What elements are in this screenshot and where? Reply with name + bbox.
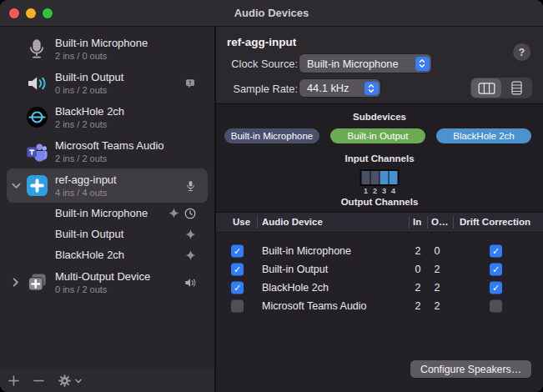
sample-rate-select[interactable]: 44.1 kHz bbox=[299, 79, 380, 97]
clock-source-value: Built-in Microphone bbox=[307, 58, 399, 70]
device-name: BlackHole 2ch bbox=[55, 105, 124, 118]
col-audio-device[interactable]: Audio Device bbox=[262, 213, 323, 232]
device-detail: 0 ins / 2 outs bbox=[55, 284, 150, 295]
settings-menu-button[interactable] bbox=[58, 374, 82, 387]
subdevice-pill-builtin-output[interactable]: Built-in Output bbox=[330, 128, 425, 143]
detail-header-section: ref-agg-input ? Clock Source: Built-in M… bbox=[216, 27, 543, 103]
device-list: Built-in Microphone 2 ins / 0 outs bbox=[0, 27, 214, 369]
device-name: Built-in Output bbox=[55, 71, 123, 84]
device-detail: 4 ins / 4 outs bbox=[55, 187, 117, 199]
subdevice-pill-builtin-microphone[interactable]: Built-in Microphone bbox=[224, 128, 319, 143]
add-device-button[interactable] bbox=[8, 375, 19, 386]
configure-speakers-button[interactable]: Configure Speakers… bbox=[410, 360, 531, 378]
sidebar-item-ref-agg-input[interactable]: ref-agg-input 4 ins / 4 outs bbox=[7, 168, 208, 203]
sparkle-icon bbox=[168, 208, 179, 219]
subdevice-item-builtin-microphone[interactable]: Built-in Microphone bbox=[7, 203, 208, 224]
use-checkbox[interactable] bbox=[231, 245, 244, 258]
audio-devices-window: Audio Devices bbox=[0, 0, 543, 392]
columns-view-icon bbox=[478, 83, 495, 94]
use-checkbox[interactable] bbox=[231, 264, 244, 276]
zoom-button[interactable] bbox=[43, 8, 53, 18]
col-drift-correction[interactable]: Drift Correction bbox=[460, 213, 530, 232]
chevron-down-icon bbox=[75, 379, 82, 384]
device-sidebar: Built-in Microphone 2 ins / 0 outs bbox=[0, 27, 216, 392]
chevron-down-icon[interactable] bbox=[7, 183, 25, 189]
view-mode-segmented-control bbox=[470, 78, 532, 98]
sidebar-toolbar bbox=[0, 369, 214, 392]
device-detail-panel: ref-agg-input ? Clock Source: Built-in M… bbox=[216, 27, 543, 392]
clock-icon bbox=[184, 208, 196, 219]
subdevice-pill-blackhole-2ch[interactable]: BlackHole 2ch bbox=[436, 128, 531, 143]
subdevices-heading: Subdevices bbox=[216, 112, 543, 122]
window-title: Audio Devices bbox=[234, 7, 309, 19]
subdevice-table-section: Use Audio Device In O… Drift Correction … bbox=[216, 212, 543, 392]
drift-checkbox[interactable] bbox=[490, 300, 502, 313]
sidebar-item-multi-output-device[interactable]: Multi-Output Device 0 ins / 2 outs bbox=[7, 265, 208, 299]
input-microphone-icon bbox=[185, 179, 196, 192]
gear-icon bbox=[58, 374, 71, 387]
channel-cell-3 bbox=[380, 171, 389, 184]
channel-cell-4 bbox=[390, 171, 398, 184]
plus-icon bbox=[8, 375, 19, 386]
clock-source-label: Clock Source: bbox=[216, 58, 298, 70]
table-row[interactable]: Built-in Output 0 2 bbox=[216, 260, 543, 279]
minus-icon bbox=[33, 375, 44, 386]
input-channels-heading: Input Channels bbox=[216, 153, 543, 163]
output-channels-heading: Output Channels bbox=[216, 197, 543, 207]
sparkle-icon bbox=[185, 249, 196, 260]
table-header: Use Audio Device In O… Drift Correction bbox=[216, 213, 543, 233]
table-row[interactable]: Built-in Microphone 2 0 bbox=[216, 242, 543, 260]
popup-chevrons-icon bbox=[365, 82, 379, 95]
device-detail: 2 ins / 2 outs bbox=[55, 153, 164, 164]
chevron-right-icon[interactable] bbox=[7, 278, 25, 287]
alert-bubble-icon bbox=[184, 78, 196, 89]
remove-device-button[interactable] bbox=[33, 375, 44, 386]
sidebar-item-builtin-microphone[interactable]: Built-in Microphone 2 ins / 0 outs bbox=[7, 32, 208, 66]
aggregate-plus-icon bbox=[25, 174, 48, 198]
title-bar: Audio Devices bbox=[0, 0, 543, 27]
device-detail: 2 ins / 2 outs bbox=[55, 118, 124, 130]
col-use[interactable]: Use bbox=[233, 213, 250, 232]
output-speaker-icon bbox=[184, 277, 196, 288]
sidebar-item-blackhole-2ch[interactable]: BlackHole 2ch 2 ins / 2 outs bbox=[7, 100, 208, 134]
channel-cell-1 bbox=[362, 171, 370, 184]
input-channel-meter bbox=[360, 169, 400, 186]
sidebar-item-builtin-output[interactable]: Built-in Output 0 ins / 2 outs bbox=[7, 66, 208, 100]
drift-checkbox[interactable] bbox=[490, 245, 502, 258]
sparkle-icon bbox=[185, 229, 196, 239]
device-name: Multi-Output Device bbox=[55, 270, 150, 284]
microphone-icon bbox=[25, 38, 48, 61]
speaker-icon bbox=[25, 72, 48, 95]
subdevice-item-blackhole-2ch[interactable]: BlackHole 2ch bbox=[7, 244, 208, 265]
col-out[interactable]: O… bbox=[431, 213, 448, 232]
subdevice-pills: Built-in Microphone Built-in Output Blac… bbox=[224, 128, 531, 143]
device-name: ref-agg-input bbox=[55, 173, 117, 187]
minimize-button[interactable] bbox=[26, 8, 36, 18]
sidebar-item-teams-audio[interactable]: Microsoft Teams Audio 2 ins / 2 outs bbox=[7, 134, 208, 168]
device-detail: 2 ins / 0 outs bbox=[55, 50, 148, 62]
col-in[interactable]: In bbox=[413, 213, 421, 232]
popup-chevrons-icon bbox=[415, 57, 430, 71]
table-row[interactable]: Microsoft Teams Audio 2 2 bbox=[216, 297, 543, 315]
help-button[interactable]: ? bbox=[513, 43, 530, 61]
sample-rate-value: 44.1 kHz bbox=[307, 82, 349, 94]
device-name: Microsoft Teams Audio bbox=[55, 139, 164, 153]
table-body: Built-in Microphone 2 0 Built-in Output … bbox=[216, 233, 543, 315]
columns-view-button[interactable] bbox=[471, 78, 501, 98]
subdevice-item-builtin-output[interactable]: Built-in Output bbox=[7, 224, 208, 244]
use-checkbox[interactable] bbox=[231, 282, 244, 294]
device-detail: 0 ins / 2 outs bbox=[55, 84, 123, 96]
sample-rate-label: Sample Rate: bbox=[216, 83, 298, 95]
clock-source-select[interactable]: Built-in Microphone bbox=[299, 54, 431, 73]
rows-view-button[interactable] bbox=[501, 78, 531, 98]
device-name: Built-in Microphone bbox=[55, 37, 148, 50]
blackhole-icon bbox=[25, 106, 48, 129]
close-button[interactable] bbox=[9, 8, 19, 18]
drift-checkbox[interactable] bbox=[490, 264, 502, 276]
teams-icon bbox=[25, 140, 48, 163]
use-checkbox[interactable] bbox=[231, 300, 244, 313]
drift-checkbox[interactable] bbox=[490, 282, 502, 294]
traffic-lights bbox=[9, 0, 53, 26]
table-row[interactable]: BlackHole 2ch 2 2 bbox=[216, 279, 543, 297]
rows-view-icon bbox=[511, 81, 522, 95]
